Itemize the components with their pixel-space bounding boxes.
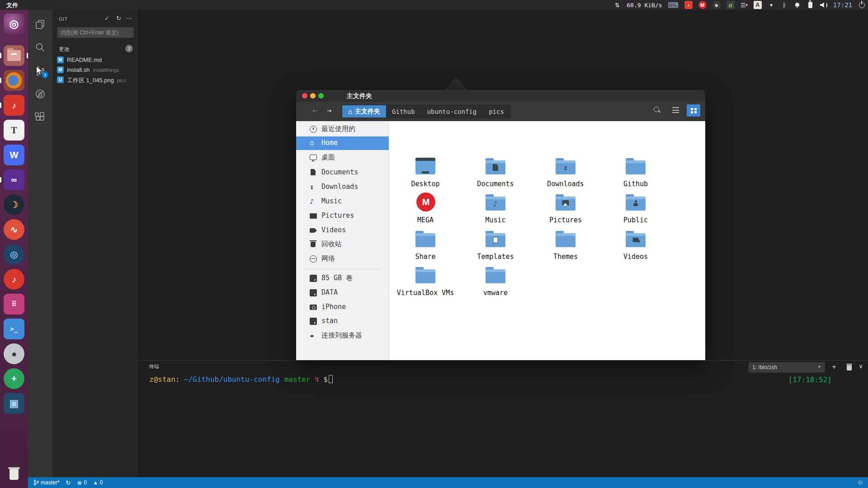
launcher-ubuntu-dash[interactable]: ◎ [4, 14, 24, 34]
bluetooth-icon[interactable]: ᛒ [781, 1, 788, 9]
launcher-green-app[interactable]: + [4, 368, 24, 389]
launcher-trash[interactable] [4, 463, 24, 484]
forward-button[interactable]: → [327, 106, 331, 115]
commit-message-input[interactable] [57, 27, 134, 38]
folder-mega[interactable]: M MEGA [392, 192, 459, 227]
folder-downloads[interactable]: ↧ Downloads [532, 156, 599, 191]
launcher-orbit-app[interactable]: ☽ [4, 194, 24, 215]
terminal-shell-select[interactable]: 1: /bin/zsh ▼ [748, 362, 825, 373]
git-branch-status[interactable]: master* [33, 479, 59, 486]
sidebar-item-desktop[interactable]: 桌面 [296, 151, 389, 164]
changed-file-row[interactable]: U 工作区 1_045.pngpics [52, 75, 138, 85]
refresh-icon[interactable]: ↻ [116, 15, 121, 22]
netease-tray-icon[interactable]: ♪ [684, 1, 693, 9]
breadcrumb-segment[interactable]: ubuntu-config [421, 105, 483, 117]
sidebar-item-recent[interactable]: 最近使用的 [296, 122, 389, 136]
keyboard-icon[interactable]: ⌨ [668, 1, 679, 9]
launcher-firefox[interactable] [4, 70, 24, 91]
launcher-red-swirl-app[interactable]: ∿ [4, 219, 24, 240]
new-terminal-button[interactable]: + [832, 362, 836, 371]
folder-templates[interactable]: Templates [462, 229, 529, 263]
sync-button[interactable]: ↻ [66, 479, 71, 486]
terminal-panel-tab[interactable]: 终端 [149, 363, 159, 370]
battery-icon[interactable] [807, 1, 814, 9]
panel-collapse-chevron[interactable]: ∨ [859, 362, 863, 370]
folder-virtualbox-vms[interactable]: VirtualBox VMs [392, 265, 459, 300]
changed-file-row[interactable]: M install.shinstallthings [52, 65, 138, 75]
dots-grid-icon: ⠿ [12, 300, 17, 308]
folder-desktop[interactable]: Desktop [392, 156, 459, 191]
more-actions-icon[interactable]: ⋯ [126, 15, 132, 22]
sidebar-item-videos[interactable]: Videos [296, 224, 389, 237]
sidebar-device-stan[interactable]: stan [296, 314, 389, 328]
notifications-bell-icon[interactable] [794, 1, 801, 9]
grid-view-toggle-active[interactable] [687, 104, 700, 117]
explorer-icon[interactable] [34, 19, 46, 30]
folder-videos[interactable]: Videos [602, 229, 670, 263]
folder-label: Desktop [392, 180, 459, 188]
folder-vmware[interactable]: vmware [462, 265, 529, 300]
sidebar-item-trash[interactable]: 回收站 [296, 238, 389, 251]
changes-section-header[interactable]: 更改 3 [52, 44, 138, 53]
extensions-icon[interactable] [34, 111, 46, 122]
search-icon[interactable] [34, 42, 46, 53]
folder-themes[interactable]: Themes [532, 229, 599, 263]
launcher-wps-writer[interactable]: W [4, 145, 24, 165]
mega-tray-icon[interactable]: M [698, 1, 707, 9]
launcher-typora[interactable]: T [4, 120, 24, 141]
sidebar-device-iphone[interactable]: iPhone [296, 300, 389, 314]
launcher-terminal-app[interactable]: >_ [4, 319, 24, 339]
input-method-icon[interactable]: A [754, 1, 762, 9]
sidebar-item-documents[interactable]: Documents [296, 166, 389, 179]
folder-music[interactable]: ♪ Music [462, 192, 529, 227]
volume-icon[interactable] [820, 1, 827, 9]
sidebar-connect-server[interactable]: ◀▶连接到服务器 [296, 329, 389, 343]
global-menu-file[interactable]: 文件 [6, 1, 18, 9]
wifi-icon[interactable]: ▼ [768, 1, 775, 9]
alpha-tool-icon[interactable]: α [726, 1, 735, 9]
panel-separator[interactable] [138, 360, 868, 361]
terminal-prompt-line[interactable]: z@stan: ~/Github/ubuntu-config master ↯ … [149, 375, 333, 384]
launcher-visual-studio[interactable]: ∞ [4, 169, 24, 190]
folder-public[interactable]: Public [602, 192, 670, 227]
window-titlebar[interactable]: 主文件夹 [296, 90, 705, 102]
launcher-netease-music[interactable]: ♪ [4, 95, 24, 116]
sidebar-device-data[interactable]: DATA [296, 286, 389, 300]
launcher-blue-circle-app[interactable]: ◎ [4, 244, 24, 265]
folder-github[interactable]: Github [602, 156, 670, 191]
breadcrumb-home-segment[interactable]: ⌂ 主文件夹 [342, 105, 386, 117]
sidebar-item-network[interactable]: 网络 [296, 252, 389, 266]
network-arrows-icon[interactable]: ⇅ [613, 1, 621, 9]
warnings-indicator[interactable]: ▲ 0 [93, 479, 103, 486]
sidebar-device-volume[interactable]: 85 GB 卷 [296, 272, 389, 285]
list-view-toggle[interactable] [672, 107, 679, 113]
close-button[interactable] [302, 93, 307, 99]
back-button[interactable]: ← [312, 106, 317, 115]
sidebar-item-pictures[interactable]: Pictures [296, 209, 389, 223]
launcher-files[interactable] [4, 45, 24, 66]
breadcrumb-segment[interactable]: Github [386, 105, 421, 117]
folder-documents[interactable]: Documents [462, 156, 529, 191]
maximize-button[interactable] [318, 93, 324, 99]
launcher-stack-app[interactable]: ▣ [4, 393, 24, 414]
breadcrumb-segment[interactable]: pics [483, 105, 510, 117]
power-icon[interactable] [858, 1, 865, 9]
sidebar-item-downloads[interactable]: ↧Downloads [296, 180, 389, 194]
commit-check-icon[interactable]: ✓ [104, 15, 109, 22]
feedback-smiley-icon[interactable]: ☺ [857, 479, 863, 486]
user-avatar-icon[interactable]: ☻ [712, 1, 721, 9]
minimize-button[interactable] [310, 93, 316, 99]
search-icon[interactable] [653, 106, 660, 113]
debug-icon[interactable] [34, 88, 46, 100]
launcher-lens-app[interactable]: ● [4, 343, 24, 364]
sidebar-item-home[interactable]: ⌂Home [296, 136, 389, 150]
errors-indicator[interactable]: ⊗ 0 [77, 479, 87, 486]
launcher-pink-grid-app[interactable]: ⠿ [4, 294, 24, 314]
indicator-menu-icon[interactable]: ☰▾ [741, 1, 748, 9]
clock[interactable]: 17:21 [833, 1, 852, 9]
folder-share[interactable]: Share [392, 229, 459, 263]
changed-file-row[interactable]: M README.md [52, 55, 138, 65]
folder-pictures[interactable]: Pictures [532, 192, 599, 227]
sidebar-item-music[interactable]: ♪Music [296, 195, 389, 208]
launcher-netease-round[interactable]: ♪ [4, 269, 24, 290]
